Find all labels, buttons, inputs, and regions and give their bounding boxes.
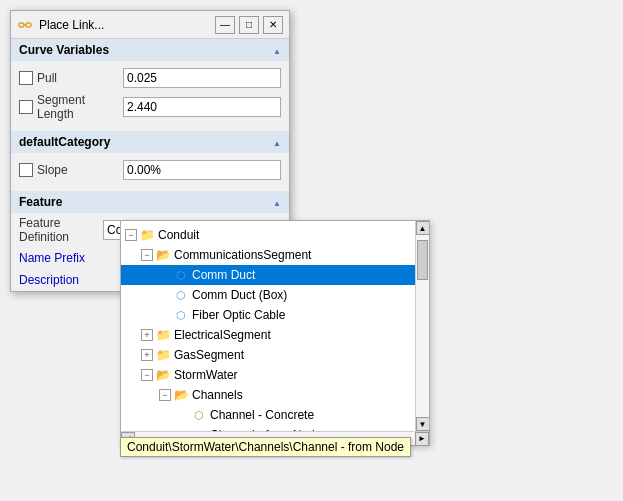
segment-length-label: Segment Length: [37, 93, 123, 121]
channel-concrete-label: Channel - Concrete: [210, 408, 314, 422]
svg-rect-1: [26, 23, 31, 27]
segment-length-checkbox[interactable]: [19, 100, 33, 114]
feature-collapse-icon[interactable]: [273, 195, 281, 209]
title-bar-left: Place Link...: [17, 17, 104, 33]
segment-length-row: Segment Length: [19, 93, 281, 121]
tree-item-conduit[interactable]: − 📁 Conduit: [121, 225, 429, 245]
comm-duct-box-node-icon: ⬡: [173, 287, 189, 303]
comm-duct-box-toggle-placeholder: [159, 289, 171, 301]
channel-from-node-placeholder: [177, 429, 189, 431]
default-category-header: defaultCategory: [11, 131, 289, 153]
channel-concrete-icon: ⬡: [191, 407, 207, 423]
feature-definition-label: Feature Definition: [19, 216, 103, 244]
curve-variables-header: Curve Variables: [11, 39, 289, 61]
scrollbar-up-button[interactable]: ▲: [416, 221, 430, 235]
comm-duct-toggle-placeholder: [159, 269, 171, 281]
slope-input[interactable]: [123, 160, 281, 180]
description-label: Description: [19, 273, 129, 287]
tree-inner: − 📁 Conduit − 📂 CommunicationsSegment ⬡ …: [121, 221, 429, 431]
channel-from-node-icon: ⬡: [191, 427, 207, 431]
conduit-folder-icon: 📁: [139, 227, 155, 243]
comm-segment-folder-icon: 📂: [155, 247, 171, 263]
tree-scroll-area[interactable]: − 📁 Conduit − 📂 CommunicationsSegment ⬡ …: [121, 221, 429, 431]
scrollbar-thumb[interactable]: [417, 240, 428, 280]
gas-toggle-icon[interactable]: +: [141, 349, 153, 361]
channels-label: Channels: [192, 388, 243, 402]
gas-folder-icon: 📁: [155, 347, 171, 363]
electrical-folder-icon: 📁: [155, 327, 171, 343]
slope-label: Slope: [37, 163, 123, 177]
tree-item-fiber-optic[interactable]: ⬡ Fiber Optic Cable: [121, 305, 429, 325]
tree-item-channels[interactable]: − 📂 Channels: [121, 385, 429, 405]
stormwater-folder-icon: 📂: [155, 367, 171, 383]
curve-variables-content: Pull Segment Length: [11, 61, 289, 131]
pull-checkbox[interactable]: [19, 71, 33, 85]
svg-rect-0: [19, 23, 24, 27]
close-button[interactable]: ✕: [263, 16, 283, 34]
link-icon: [17, 17, 33, 33]
name-prefix-label: Name Prefix: [19, 251, 129, 265]
title-bar: Place Link... — □ ✕: [11, 11, 289, 39]
restore-button[interactable]: □: [239, 16, 259, 34]
electrical-toggle-icon[interactable]: +: [141, 329, 153, 341]
tree-item-channel-concrete[interactable]: ⬡ Channel - Concrete: [121, 405, 429, 425]
h-scroll-right-button[interactable]: ►: [415, 432, 429, 446]
comm-duct-node-icon: ⬡: [173, 267, 189, 283]
tree-item-channel-from-node[interactable]: ⬡ Channel - from Node: [121, 425, 429, 431]
fiber-optic-node-icon: ⬡: [173, 307, 189, 323]
fiber-optic-toggle-placeholder: [159, 309, 171, 321]
tooltip-text: Conduit\StormWater\Channels\Channel - fr…: [127, 440, 404, 454]
stormwater-toggle-icon[interactable]: −: [141, 369, 153, 381]
pull-row: Pull: [19, 67, 281, 89]
electrical-label: ElectricalSegment: [174, 328, 271, 342]
tree-item-stormwater[interactable]: − 📂 StormWater: [121, 365, 429, 385]
slope-checkbox[interactable]: [19, 163, 33, 177]
comm-segment-label: CommunicationsSegment: [174, 248, 311, 262]
slope-row: Slope: [19, 159, 281, 181]
tree-item-electrical[interactable]: + 📁 ElectricalSegment: [121, 325, 429, 345]
channel-concrete-placeholder: [177, 409, 189, 421]
channels-toggle-icon[interactable]: −: [159, 389, 171, 401]
feature-header: Feature: [11, 191, 289, 213]
pull-label: Pull: [37, 71, 123, 85]
tree-vertical-scrollbar[interactable]: ▲ ▼: [415, 221, 429, 431]
scrollbar-track[interactable]: [416, 235, 429, 417]
window-title: Place Link...: [39, 18, 104, 32]
conduit-label: Conduit: [158, 228, 199, 242]
comm-duct-label: Comm Duct: [192, 268, 255, 282]
scrollbar-down-button[interactable]: ▼: [416, 417, 430, 431]
tree-item-comm-duct[interactable]: ⬡ Comm Duct: [121, 265, 429, 285]
gas-label: GasSegment: [174, 348, 244, 362]
title-bar-controls: — □ ✕: [215, 16, 283, 34]
conduit-toggle-icon[interactable]: −: [125, 229, 137, 241]
default-category-collapse-icon[interactable]: [273, 135, 281, 149]
tree-item-comm-duct-box[interactable]: ⬡ Comm Duct (Box): [121, 285, 429, 305]
channels-folder-icon: 📂: [173, 387, 189, 403]
channel-from-node-label: Channel - from Node: [210, 428, 321, 431]
tooltip: Conduit\StormWater\Channels\Channel - fr…: [120, 437, 411, 457]
fiber-optic-label: Fiber Optic Cable: [192, 308, 285, 322]
comm-duct-box-label: Comm Duct (Box): [192, 288, 287, 302]
comm-segment-toggle-icon[interactable]: −: [141, 249, 153, 261]
default-category-content: Slope: [11, 153, 289, 191]
segment-length-input[interactable]: [123, 97, 281, 117]
tree-item-gas[interactable]: + 📁 GasSegment: [121, 345, 429, 365]
stormwater-label: StormWater: [174, 368, 238, 382]
curve-variables-collapse-icon[interactable]: [273, 43, 281, 57]
tree-item-comm-segment[interactable]: − 📂 CommunicationsSegment: [121, 245, 429, 265]
minimize-button[interactable]: —: [215, 16, 235, 34]
tree-dropdown-panel: − 📁 Conduit − 📂 CommunicationsSegment ⬡ …: [120, 220, 430, 446]
pull-input[interactable]: [123, 68, 281, 88]
